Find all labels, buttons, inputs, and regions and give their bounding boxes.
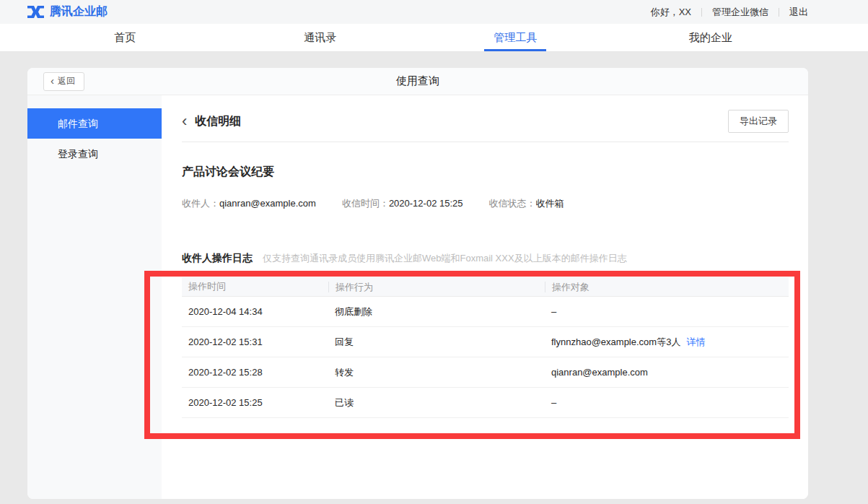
table-header-row: 操作时间 操作行为 操作对象 xyxy=(182,277,789,297)
chevron-left-icon: ‹ xyxy=(51,77,54,85)
exmail-logo-icon xyxy=(27,6,44,18)
detail-main: ‹ 收信明细 导出记录 产品讨论会议纪要 收件人：qianran@example… xyxy=(162,95,808,499)
panel-header: ‹ 返回 使用查询 xyxy=(27,68,808,95)
detail-title: 收信明细 xyxy=(195,114,241,129)
cell-action: 已读 xyxy=(328,396,545,409)
brand-name: 腾讯企业邮 xyxy=(50,4,108,19)
operation-log-header: 收件人操作日志 仅支持查询通讯录成员使用腾讯企业邮Web端和Foxmail XX… xyxy=(182,252,789,265)
cell-target: – xyxy=(545,397,789,408)
operation-log-table: 操作时间 操作行为 操作对象 2020-12-04 14:34 彻底删除 – 2… xyxy=(182,277,789,418)
meta-receive-time: 收信时间：2020-12-02 15:25 xyxy=(342,197,463,210)
meta-recipient: 收件人：qianran@example.com xyxy=(182,197,316,210)
table-row: 2020-12-02 15:25 已读 – xyxy=(182,388,789,418)
topbar-right: 你好，XX 管理企业微信 退出 xyxy=(651,6,808,19)
meta-receive-status: 收信状态：收件箱 xyxy=(489,197,564,210)
cell-time: 2020-12-04 14:34 xyxy=(182,306,328,317)
table-row: 2020-12-02 15:31 回复 flynnzhao@example.co… xyxy=(182,327,789,357)
cell-target: qianran@example.com xyxy=(545,367,789,378)
tab-home[interactable]: 首页 xyxy=(27,24,223,51)
panel-body: 邮件查询 登录查询 ‹ 收信明细 导出记录 产品讨论会议纪要 收件人：qianr… xyxy=(27,95,808,499)
cell-time: 2020-12-02 15:25 xyxy=(182,397,328,408)
divider xyxy=(182,142,789,142)
divider xyxy=(701,8,702,17)
operation-log-hint: 仅支持查询通讯录成员使用腾讯企业邮Web端和Foxmail XXX及以上版本的邮… xyxy=(263,252,627,265)
operation-log-title: 收件人操作日志 xyxy=(182,252,253,265)
tab-my-company[interactable]: 我的企业 xyxy=(613,24,809,51)
divider xyxy=(779,8,779,17)
manage-wecom-link[interactable]: 管理企业微信 xyxy=(712,6,768,19)
column-header-time: 操作时间 xyxy=(182,280,328,293)
cell-target: flynnzhao@example.com等3人详情 xyxy=(545,336,789,349)
column-header-action: 操作行为 xyxy=(328,282,545,292)
main-nav: 首页 通讯录 管理工具 我的企业 xyxy=(0,24,868,52)
cell-target: – xyxy=(545,306,789,317)
usage-query-panel: ‹ 返回 使用查询 邮件查询 登录查询 ‹ 收信明细 导出记录 产品讨论会议纪要… xyxy=(27,68,808,499)
table-row: 2020-12-02 15:28 转发 qianran@example.com xyxy=(182,357,789,388)
detail-header: ‹ 收信明细 导出记录 xyxy=(182,110,789,133)
export-records-button[interactable]: 导出记录 xyxy=(728,110,789,133)
logout-link[interactable]: 退出 xyxy=(789,6,808,19)
cell-action: 彻底删除 xyxy=(328,305,545,318)
chevron-left-icon[interactable]: ‹ xyxy=(182,114,187,129)
tab-admin-tools[interactable]: 管理工具 xyxy=(418,24,613,51)
cell-action: 回复 xyxy=(328,336,545,349)
mail-meta: 收件人：qianran@example.com 收信时间：2020-12-02 … xyxy=(182,197,789,210)
back-button[interactable]: ‹ 返回 xyxy=(43,72,84,91)
mail-subject: 产品讨论会议纪要 xyxy=(182,165,789,180)
detail-link[interactable]: 详情 xyxy=(686,336,705,347)
sidebar-item-mail-query[interactable]: 邮件查询 xyxy=(27,108,162,139)
column-header-target: 操作对象 xyxy=(545,282,789,292)
back-button-label: 返回 xyxy=(58,75,75,87)
cell-time: 2020-12-02 15:28 xyxy=(182,367,328,378)
page-title: 使用查询 xyxy=(396,74,439,88)
brand[interactable]: 腾讯企业邮 xyxy=(27,4,108,19)
sidebar: 邮件查询 登录查询 xyxy=(27,95,162,499)
cell-action: 转发 xyxy=(328,366,545,379)
tab-contacts[interactable]: 通讯录 xyxy=(223,24,418,51)
table-row: 2020-12-04 14:34 彻底删除 – xyxy=(182,297,789,327)
topbar: 腾讯企业邮 你好，XX 管理企业微信 退出 xyxy=(0,0,868,24)
sidebar-item-login-query[interactable]: 登录查询 xyxy=(27,139,162,169)
user-greeting[interactable]: 你好，XX xyxy=(651,6,691,19)
cell-time: 2020-12-02 15:31 xyxy=(182,336,328,347)
